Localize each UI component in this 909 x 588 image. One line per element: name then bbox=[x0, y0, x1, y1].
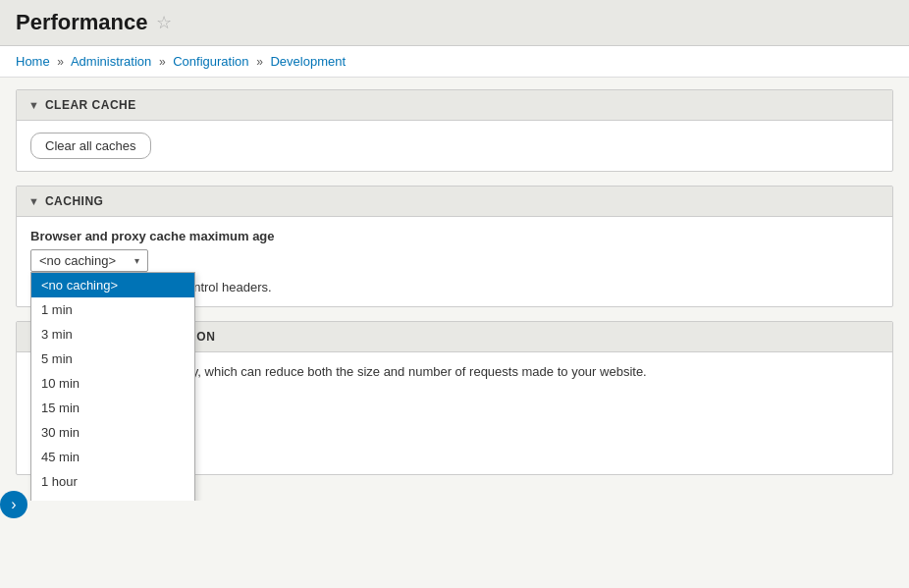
breadcrumb-sep-3: » bbox=[256, 55, 263, 69]
star-icon[interactable]: ☆ bbox=[156, 12, 172, 33]
cache-select-wrapper: <no caching> ▾ <no caching> 1 min 3 min … bbox=[30, 249, 148, 272]
breadcrumb: Home » Administration » Configuration » … bbox=[0, 46, 909, 78]
breadcrumb-home[interactable]: Home bbox=[16, 54, 50, 69]
clear-cache-body: Clear all caches bbox=[17, 121, 892, 171]
dropdown-item-1min[interactable]: 1 min bbox=[31, 297, 194, 322]
breadcrumb-sep-2: » bbox=[159, 55, 166, 69]
dropdown-item-10min[interactable]: 10 min bbox=[31, 371, 194, 396]
caching-body: Browser and proxy cache maximum age <no … bbox=[17, 217, 892, 306]
main-content: ▼ CLEAR CACHE Clear all caches ▼ CACHING… bbox=[0, 78, 909, 501]
dropdown-item-45min[interactable]: 45 min bbox=[31, 445, 194, 469]
page-title-bar: Performance ☆ bbox=[0, 0, 909, 46]
caching-header: ▼ CACHING bbox=[17, 187, 892, 217]
breadcrumb-config[interactable]: Configuration bbox=[173, 54, 248, 69]
dropdown-item-3min[interactable]: 3 min bbox=[31, 322, 194, 347]
dropdown-arrow-icon: ▾ bbox=[134, 255, 139, 266]
dropdown-item-30min[interactable]: 30 min bbox=[31, 420, 194, 445]
caching-section: ▼ CACHING Browser and proxy cache maximu… bbox=[16, 186, 893, 307]
dropdown-item-1hour[interactable]: 1 hour bbox=[31, 469, 194, 494]
caching-title: CACHING bbox=[45, 194, 104, 208]
caching-triangle: ▼ bbox=[28, 195, 39, 207]
page-title: Performance bbox=[16, 10, 148, 35]
cache-field-label: Browser and proxy cache maximum age bbox=[30, 229, 879, 243]
clear-cache-section: ▼ CLEAR CACHE Clear all caches bbox=[16, 89, 893, 172]
breadcrumb-sep-1: » bbox=[57, 55, 64, 69]
clear-cache-triangle: ▼ bbox=[28, 99, 39, 111]
clear-cache-header: ▼ CLEAR CACHE bbox=[17, 90, 892, 121]
dropdown-item-no-caching[interactable]: <no caching> bbox=[31, 273, 194, 297]
dropdown-item-15min[interactable]: 15 min bbox=[31, 396, 194, 420]
breadcrumb-admin[interactable]: Administration bbox=[71, 54, 151, 69]
cache-select-trigger[interactable]: <no caching> ▾ bbox=[30, 249, 148, 272]
dropdown-item-5min[interactable]: 5 min bbox=[31, 347, 194, 371]
clear-all-caches-button[interactable]: Clear all caches bbox=[30, 133, 151, 159]
dropdown-item-3hours[interactable]: 3 hours bbox=[31, 494, 194, 501]
cache-select-value: <no caching> bbox=[39, 253, 116, 268]
breadcrumb-dev[interactable]: Development bbox=[270, 54, 346, 69]
clear-cache-title: CLEAR CACHE bbox=[45, 98, 136, 112]
cache-dropdown-list: <no caching> 1 min 3 min 5 min 10 min 15… bbox=[30, 272, 195, 501]
